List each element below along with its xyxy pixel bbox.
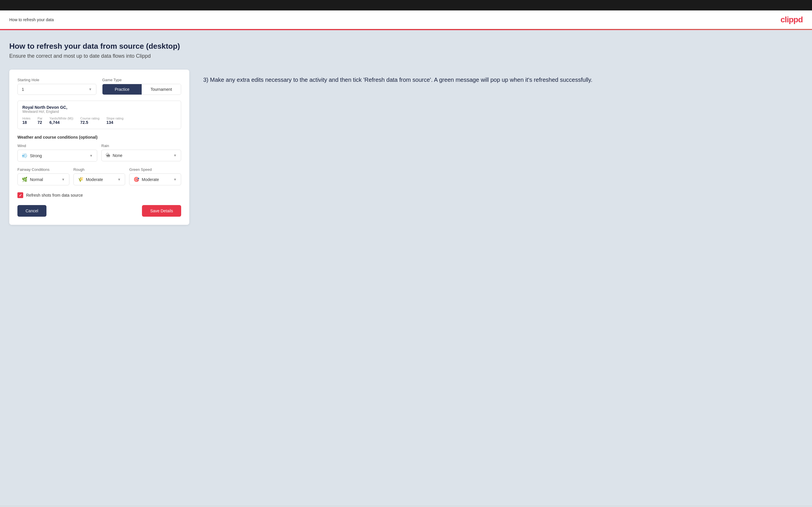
rain-icon: 🌦 — [106, 153, 110, 158]
fairway-field: Fairway Conditions 🌿 Normal ▼ — [17, 167, 69, 185]
green-speed-icon: 🎯 — [134, 177, 139, 182]
wind-select[interactable]: 💨 Strong ▼ — [17, 150, 97, 162]
refresh-checkbox-row: ✓ Refresh shots from data source — [17, 192, 181, 198]
refresh-checkbox-label: Refresh shots from data source — [26, 193, 83, 198]
fairway-select[interactable]: 🌿 Normal ▼ — [17, 173, 69, 185]
header: How to refresh your data clippd — [0, 10, 812, 30]
weather-grid: Wind 💨 Strong ▼ Rain 🌦 — [17, 144, 181, 162]
stat-par: Par 72 — [38, 117, 42, 125]
fairway-display[interactable]: 🌿 Normal ▼ — [18, 174, 69, 185]
rough-icon: 🌾 — [78, 177, 84, 182]
green-speed-chevron: ▼ — [173, 177, 177, 181]
holes-label: Holes — [22, 117, 31, 120]
green-speed-field: Green Speed 🎯 Moderate ▼ — [129, 167, 181, 185]
stat-slope-rating: Slope rating 134 — [107, 117, 124, 125]
fairway-chevron: ▼ — [61, 177, 65, 181]
rain-select[interactable]: 🌦 None ▼ — [101, 150, 181, 161]
footer: Copyright Clippd 2022 — [0, 506, 812, 507]
rain-chevron: ▼ — [173, 154, 177, 158]
starting-hole-select[interactable]: 1 ▼ — [17, 84, 96, 95]
course-rating-label: Course rating — [81, 117, 100, 120]
top-bar — [0, 0, 812, 10]
wind-value: Strong — [30, 154, 87, 158]
starting-hole-chevron: ▼ — [89, 87, 92, 91]
wind-field: Wind 💨 Strong ▼ — [17, 144, 97, 162]
logo: clippd — [781, 15, 803, 24]
wind-icon: 💨 — [22, 153, 28, 158]
holes-value: 18 — [22, 120, 31, 125]
stat-yards: Yards/White (M)) 6,744 — [49, 117, 73, 125]
course-stats: Holes 18 Par 72 Yards/White (M)) 6,744 C… — [22, 117, 176, 125]
green-speed-label: Green Speed — [129, 167, 181, 172]
yards-value: 6,744 — [49, 120, 73, 125]
starting-hole-display[interactable]: 1 ▼ — [18, 84, 96, 95]
header-title: How to refresh your data — [9, 17, 54, 22]
fairway-label: Fairway Conditions — [17, 167, 69, 172]
save-button[interactable]: Save Details — [142, 205, 181, 217]
rough-display[interactable]: 🌾 Moderate ▼ — [74, 174, 125, 185]
conditions-grid: Fairway Conditions 🌿 Normal ▼ Rough — [17, 167, 181, 185]
weather-section-heading: Weather and course conditions (optional) — [17, 135, 181, 139]
yards-label: Yards/White (M)) — [49, 117, 73, 120]
refresh-checkbox[interactable]: ✓ — [17, 192, 23, 198]
main-content: How to refresh your data from source (de… — [0, 30, 812, 506]
side-description: 3) Make any extra edits necessary to the… — [203, 70, 803, 84]
stat-course-rating: Course rating 72.5 — [81, 117, 100, 125]
starting-hole-value: 1 — [22, 87, 24, 92]
rough-chevron: ▼ — [117, 177, 121, 181]
rough-value: Moderate — [86, 177, 115, 182]
starting-hole-label: Starting Hole — [17, 78, 96, 82]
green-speed-value: Moderate — [142, 177, 171, 182]
fairway-icon: 🌿 — [22, 177, 28, 182]
edit-card: Starting Hole 1 ▼ Game Type Practice Tou… — [9, 70, 189, 225]
stat-holes: Holes 18 — [22, 117, 31, 125]
rough-field: Rough 🌾 Moderate ▼ — [73, 167, 125, 185]
action-row: Cancel Save Details — [17, 205, 181, 217]
rough-select[interactable]: 🌾 Moderate ▼ — [73, 173, 125, 185]
wind-chevron: ▼ — [89, 154, 93, 158]
slope-rating-value: 134 — [107, 120, 124, 125]
tournament-tab[interactable]: Tournament — [142, 84, 181, 95]
page-heading: How to refresh your data from source (de… — [9, 42, 803, 51]
checkbox-checkmark: ✓ — [19, 193, 22, 198]
practice-tab[interactable]: Practice — [102, 84, 142, 95]
course-name: Royal North Devon GC, — [22, 105, 176, 110]
content-layout: Starting Hole 1 ▼ Game Type Practice Tou… — [9, 70, 803, 225]
rain-label: Rain — [101, 144, 181, 148]
side-description-text: 3) Make any extra edits necessary to the… — [203, 75, 803, 84]
course-info-box: Royal North Devon GC, Westward Ho!, Engl… — [17, 101, 181, 129]
rain-display[interactable]: 🌦 None ▼ — [102, 150, 181, 161]
course-location: Westward Ho!, England — [22, 110, 176, 114]
top-fields-row: Starting Hole 1 ▼ Game Type Practice Tou… — [17, 78, 181, 95]
game-type-field: Game Type Practice Tournament — [102, 78, 181, 95]
wind-display[interactable]: 💨 Strong ▼ — [18, 150, 97, 161]
par-label: Par — [38, 117, 42, 120]
fairway-value: Normal — [30, 177, 59, 182]
game-type-label: Game Type — [102, 78, 181, 82]
starting-hole-field: Starting Hole 1 ▼ — [17, 78, 96, 95]
course-rating-value: 72.5 — [81, 120, 100, 125]
rain-value: None — [113, 153, 171, 158]
slope-rating-label: Slope rating — [107, 117, 124, 120]
green-speed-select[interactable]: 🎯 Moderate ▼ — [129, 173, 181, 185]
par-value: 72 — [38, 120, 42, 125]
page-subheading: Ensure the correct and most up to date d… — [9, 53, 803, 59]
rain-field: Rain 🌦 None ▼ — [101, 144, 181, 162]
green-speed-display[interactable]: 🎯 Moderate ▼ — [130, 174, 181, 185]
game-type-toggle: Practice Tournament — [102, 84, 181, 95]
rough-label: Rough — [73, 167, 125, 172]
wind-label: Wind — [17, 144, 97, 148]
cancel-button[interactable]: Cancel — [17, 205, 46, 217]
